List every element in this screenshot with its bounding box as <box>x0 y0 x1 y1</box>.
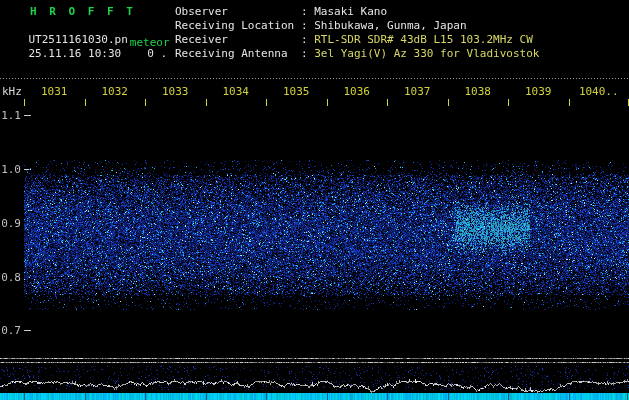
freq-label: 1.0 <box>0 163 21 176</box>
meta-colon: : <box>301 5 314 18</box>
meta-label: Observer <box>175 5 301 19</box>
hrofft-screen: H R O F F T UT2511161030.pnmeteor 25.11.… <box>0 0 629 400</box>
date-line: 25.11.16 10:300 . <box>2 34 167 73</box>
meta-value: RTL-SDR SDR# 43dB L15 103.2MHz CW <box>314 33 533 46</box>
time-label: 1032 <box>102 85 129 98</box>
meta-value: 3el Yagi(V) Az 330 for Vladivostok <box>314 47 539 60</box>
header-meta-row: Observer: Masaki Kano <box>175 5 539 19</box>
time-label: 1039 <box>525 85 552 98</box>
app-title: H R O F F T <box>30 5 136 18</box>
time-label: 1038 <box>465 85 492 98</box>
meta-label: Receiving Location <box>175 19 301 33</box>
time-axis: 1031103210331034103510361037103810391040… <box>0 85 629 98</box>
meta-label: Receiving Antenna <box>175 47 301 61</box>
freq-label: 0.9 <box>0 217 21 230</box>
meta-label: Receiver <box>175 33 301 47</box>
meta-colon: : <box>301 47 314 60</box>
meta-value: Masaki Kano <box>314 5 387 18</box>
time-label: 1034 <box>223 85 250 98</box>
freq-label: 1.1 <box>0 109 21 122</box>
meta-colon: : <box>301 19 314 32</box>
time-label: 1033 <box>162 85 189 98</box>
time-label: 1037 <box>404 85 431 98</box>
time-label: 1040.. <box>579 85 619 98</box>
counter: 0 . <box>147 47 167 60</box>
header-meta-row: Receiver: RTL-SDR SDR# 43dB L15 103.2MHz… <box>175 33 539 47</box>
time-label: 1035 <box>283 85 310 98</box>
datetime: 25.11.16 10:30 <box>29 47 122 60</box>
header-metadata: Observer: Masaki KanoReceiving Location:… <box>175 5 539 61</box>
header-meta-row: Receiving Antenna: 3el Yagi(V) Az 330 fo… <box>175 47 539 61</box>
meta-colon: : <box>301 33 314 46</box>
meta-value: Shibukawa, Gunma, Japan <box>314 19 466 32</box>
header-meta-row: Receiving Location: Shibukawa, Gunma, Ja… <box>175 19 539 33</box>
time-label: 1031 <box>41 85 68 98</box>
freq-label: 0.8 <box>0 271 21 284</box>
freq-label: 0.7 <box>0 324 21 337</box>
time-label: 1036 <box>344 85 371 98</box>
